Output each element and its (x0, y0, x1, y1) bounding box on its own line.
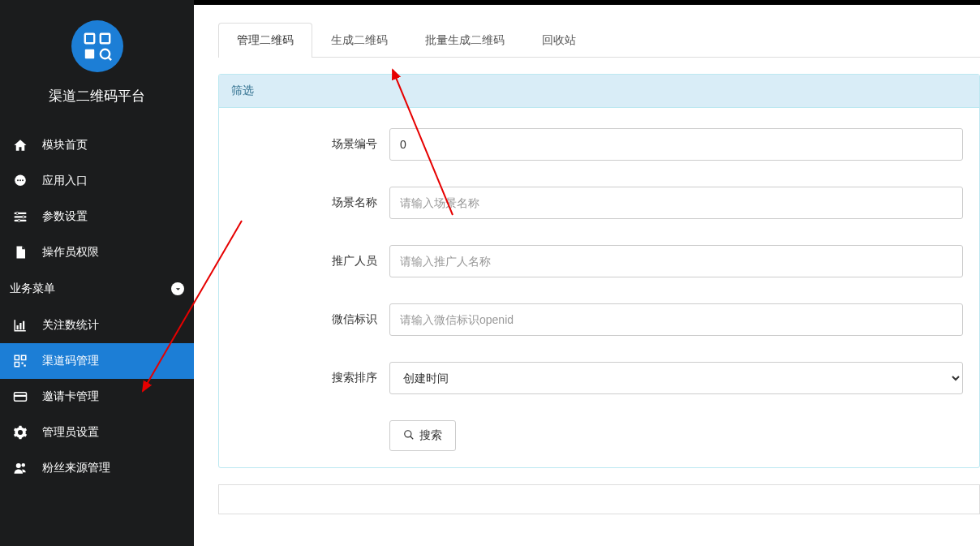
svg-line-28 (410, 436, 414, 439)
stats-box (218, 484, 980, 514)
logo-section: 渠道二维码平台 (0, 0, 194, 118)
users-icon (10, 461, 31, 475)
svg-point-26 (22, 463, 26, 467)
wechat-label: 微信标识 (235, 312, 389, 327)
filter-panel: 筛选 场景编号 场景名称 推广人员 微信标 (218, 74, 980, 468)
scene-id-label: 场景编号 (235, 137, 389, 152)
sidebar-item-invite-card[interactable]: 邀请卡管理 (0, 379, 194, 415)
sidebar-item-admin-settings[interactable]: 管理员设置 (0, 415, 194, 450)
svg-rect-1 (100, 34, 109, 43)
sidebar-item-operator[interactable]: 操作员权限 (0, 234, 194, 270)
search-row: 搜索 (389, 420, 963, 451)
search-button[interactable]: 搜索 (389, 420, 456, 451)
svg-point-14 (18, 219, 20, 221)
sidebar-item-follow-stats[interactable]: 关注数统计 (0, 307, 194, 343)
bar-chart-icon (10, 318, 31, 333)
sidebar-item-params[interactable]: 参数设置 (0, 199, 194, 234)
filter-header: 筛选 (219, 75, 979, 108)
sidebar-item-fan-source[interactable]: 粉丝来源管理 (0, 450, 194, 486)
svg-rect-19 (22, 355, 26, 359)
svg-rect-18 (15, 355, 19, 359)
search-icon (403, 429, 415, 443)
sidebar-section-business[interactable]: 业务菜单 (0, 270, 194, 307)
svg-point-8 (22, 179, 24, 181)
tab-generate-qr[interactable]: 生成二维码 (312, 23, 406, 58)
tab-recycle-bin[interactable]: 回收站 (523, 23, 595, 58)
svg-rect-21 (22, 363, 24, 364)
svg-rect-24 (15, 395, 27, 397)
sliders-icon (10, 209, 31, 224)
svg-rect-15 (17, 325, 19, 329)
gear-icon (10, 425, 31, 440)
form-row-wechat: 微信标识 (235, 303, 963, 336)
svg-rect-20 (15, 363, 19, 367)
chat-icon (10, 174, 31, 188)
form-row-promoter: 推广人员 (235, 245, 963, 277)
sidebar-item-channel-code[interactable]: 渠道码管理 (0, 343, 194, 379)
sidebar-item-label: 管理员设置 (42, 425, 99, 440)
file-icon (10, 245, 31, 260)
sidebar-item-label: 应用入口 (42, 174, 88, 188)
sidebar-item-app-entry[interactable]: 应用入口 (0, 163, 194, 199)
sidebar-item-label: 粉丝来源管理 (42, 461, 110, 475)
sidebar-item-label: 关注数统计 (42, 318, 99, 333)
sidebar-item-label: 模块首页 (42, 138, 88, 153)
promoter-input[interactable] (389, 245, 963, 277)
svg-point-7 (19, 179, 21, 181)
svg-rect-2 (84, 49, 93, 58)
form-row-scene-id: 场景编号 (235, 128, 963, 161)
app-title: 渠道二维码平台 (0, 87, 194, 105)
svg-rect-0 (84, 34, 93, 43)
card-icon (10, 389, 31, 404)
sidebar: 渠道二维码平台 模块首页 应用入口 参数设置 操作员权限 业务菜单 (0, 0, 194, 546)
sort-label: 搜索排序 (235, 371, 389, 385)
scene-name-label: 场景名称 (235, 196, 389, 210)
tabs: 管理二维码 生成二维码 批量生成二维码 回收站 (218, 23, 980, 58)
sort-select[interactable]: 创建时间 (389, 362, 963, 394)
filter-body: 场景编号 场景名称 推广人员 微信标识 (219, 108, 979, 467)
form-row-scene-name: 场景名称 (235, 187, 963, 219)
tab-batch-generate-qr[interactable]: 批量生成二维码 (406, 23, 523, 58)
home-icon (10, 138, 31, 153)
topbar (194, 0, 980, 5)
svg-rect-16 (19, 323, 21, 329)
svg-rect-17 (23, 321, 24, 330)
sidebar-menu: 模块首页 应用入口 参数设置 操作员权限 业务菜单 关注数统计 (0, 127, 194, 486)
svg-point-13 (22, 216, 24, 218)
svg-point-27 (405, 430, 411, 436)
wechat-input[interactable] (389, 303, 963, 336)
qr-icon (10, 354, 31, 368)
scene-id-input[interactable] (389, 128, 963, 161)
svg-point-6 (17, 179, 19, 181)
sidebar-item-label: 操作员权限 (42, 245, 99, 260)
main-content: 管理二维码 生成二维码 批量生成二维码 回收站 筛选 场景编号 场景名称 (194, 0, 980, 546)
svg-line-4 (108, 57, 111, 60)
svg-point-12 (16, 212, 19, 214)
search-button-label: 搜索 (419, 428, 442, 443)
tab-manage-qr[interactable]: 管理二维码 (218, 23, 312, 58)
svg-point-25 (16, 463, 21, 468)
sidebar-item-label: 邀请卡管理 (42, 389, 99, 404)
sidebar-item-label: 参数设置 (42, 209, 88, 224)
sidebar-item-label: 渠道码管理 (42, 354, 99, 368)
sidebar-section-label: 业务菜单 (10, 282, 55, 296)
app-logo (71, 20, 123, 72)
chevron-down-icon (171, 282, 184, 295)
svg-rect-22 (24, 365, 26, 367)
promoter-label: 推广人员 (235, 254, 389, 269)
form-row-sort: 搜索排序 创建时间 (235, 362, 963, 394)
scene-name-input[interactable] (389, 187, 963, 219)
sidebar-item-home[interactable]: 模块首页 (0, 127, 194, 163)
